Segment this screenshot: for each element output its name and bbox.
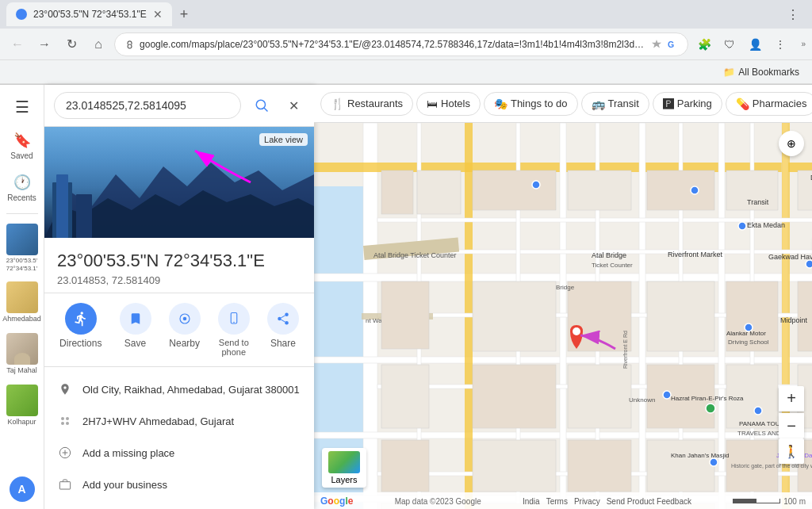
place-label-ahmedabad: Ahmedabad [2,315,41,323]
street-view-button[interactable]: 🚶 [779,438,804,464]
place-thumb-taj [6,333,38,365]
svg-rect-9 [76,194,92,238]
shield-button[interactable]: 🛡 [718,33,741,55]
send-feedback-link[interactable]: Send Product Feedback [607,497,691,506]
add-label-item[interactable]: Add a label [44,500,314,509]
tab-overflow-icon[interactable]: ⋮ [780,7,806,22]
sidebar-place-taj[interactable]: Taj Mahal [0,330,44,378]
sidebar-item-saved[interactable]: 🔖 Saved [0,126,44,165]
plus-code-item[interactable]: 2H7J+WHV Ahmedabad, Gujarat [44,405,314,437]
user-avatar[interactable]: A [10,476,35,502]
privacy-link[interactable]: Privacy [574,497,600,506]
filter-pharmacies[interactable]: 💊 Pharmacies [726,92,812,116]
filter-parking[interactable]: 🅿 Parking [653,92,722,116]
google-g: G [320,496,327,507]
send-to-phone-button[interactable]: Send tophone [218,303,250,357]
location-decimal: 23.014853, 72.581409 [57,274,301,286]
sidebar-place-kolhapur[interactable]: Kolhapur [0,381,44,430]
profile-button[interactable]: 👤 [744,33,766,55]
svg-rect-74 [647,440,714,492]
back-button[interactable]: ← [6,33,29,55]
india-link[interactable]: India [523,497,540,506]
svg-point-86 [532,181,540,189]
place-thumb-kolhapur [6,385,38,416]
terms-link[interactable]: Terms [546,497,568,506]
place-thumb-current [6,224,38,255]
forward-button[interactable]: → [33,33,56,55]
info-list: Old City, Raikhad, Ahmedabad, Gujarat 38… [44,367,314,509]
directions-button[interactable]: Directions [59,303,102,357]
svg-point-89 [806,260,812,268]
search-input[interactable] [54,92,241,119]
home-button[interactable]: ⌂ [87,33,109,55]
layers-thumbnail [328,451,360,473]
google-logo: Google [320,496,353,507]
svg-point-90 [663,391,671,399]
nearby-button[interactable]: Nearby [169,303,201,357]
map-background[interactable]: Atal Bridge Ticket Counter nt Walk Way E [314,123,812,509]
things-icon: 🎭 [494,98,508,110]
zoom-in-button[interactable]: + [779,386,804,411]
menu-button[interactable]: ☰ [6,91,38,123]
address-item[interactable]: Old City, Raikhad, Ahmedabad, Gujarat 38… [44,373,314,405]
more-expand-icon[interactable]: » [801,40,806,48]
parking-icon: 🅿 [663,98,674,110]
search-icon [255,98,269,113]
add-missing-place-item[interactable]: Add a missing place [44,437,314,469]
svg-text:Atal Bridge: Atal Bridge [592,251,626,259]
dot [61,422,64,425]
filter-hotels[interactable]: 🛏 Hotels [416,92,481,116]
app-container: ☰ 🔖 Saved 🕐 Recents 23°00'53.5'72°34'53.… [0,85,812,509]
clear-search-button[interactable]: ✕ [282,94,304,117]
more-button[interactable]: ⋮ [769,33,791,55]
search-button[interactable] [247,91,276,120]
svg-point-99 [706,404,715,413]
svg-line-19 [281,316,285,318]
svg-rect-68 [568,365,631,428]
svg-text:Alankar Motor: Alankar Motor [726,330,766,337]
lake-view-label: Lake view [259,133,308,146]
tab-title: 23°00'53.5"N 72°34'53.1"E [33,9,147,20]
dot [66,417,69,420]
add-business-icon [57,476,73,492]
active-tab[interactable]: 23°00'53.5"N 72°34'53.1"E ✕ [6,2,172,26]
save-button[interactable]: Save [120,303,151,357]
svg-text:Atal Bridge Ticket Counter: Atal Bridge Ticket Counter [373,251,457,259]
bookmarks-bar: 📁 All Bookmarks [0,60,812,84]
new-tab-button[interactable]: + [175,6,193,23]
address-text: google.com/maps/place/23°00'53.5"N+72°34… [140,39,646,50]
layers-button[interactable]: Layers [322,448,366,488]
share-button[interactable]: Share [267,303,299,357]
left-panel: ✕ Lake view [44,85,314,509]
search-bar-container: ✕ [44,85,314,127]
hotels-label: Hotels [441,98,470,109]
sidebar-place-ahmedabad[interactable]: Ahmedabad [0,278,44,327]
filter-things-to-do[interactable]: 🎭 Things to do [484,92,578,116]
plus-code-text: 2H7J+WHV Ahmedabad, Gujarat [82,415,234,427]
tab-close-button[interactable]: ✕ [153,8,163,21]
extensions-button[interactable]: 🧩 [693,33,715,55]
recents-icon: 🕐 [13,173,32,192]
svg-text:Bridge: Bridge [556,284,575,291]
google-o2: o [334,496,339,507]
filter-restaurants[interactable]: 🍴 Restaurants [320,92,413,116]
restaurants-label: Restaurants [347,98,403,109]
bookmark-folder-icon: 📁 [723,67,735,78]
zoom-out-button[interactable]: − [779,413,804,438]
all-bookmarks-link[interactable]: 📁 All Bookmarks [718,65,804,79]
svg-rect-58 [568,170,631,210]
svg-point-104 [573,327,580,335]
sidebar: ☰ 🔖 Saved 🕐 Recents 23°00'53.5'72°34'53.… [0,85,44,509]
nearby-label: Nearby [169,338,200,349]
compass-button[interactable]: ⊕ [779,131,804,156]
restaurants-icon: 🍴 [331,98,344,110]
reload-button[interactable]: ↻ [60,33,82,55]
directions-label: Directions [59,338,102,349]
address-bar[interactable]: google.com/maps/place/23°00'53.5"N+72°34… [114,33,688,56]
add-business-item[interactable]: Add your business [44,469,314,500]
filter-transit[interactable]: 🚌 Transit [581,92,649,116]
location-info: 23°00'53.5"N 72°34'53.1"E 23.014853, 72.… [44,238,314,293]
navigation-bar: ← → ↻ ⌂ google.com/maps/place/23°00'53.5… [0,29,812,60]
sidebar-place-current[interactable]: 23°00'53.5'72°34'53.1' [0,220,44,275]
sidebar-item-recents[interactable]: 🕐 Recents [0,168,44,207]
